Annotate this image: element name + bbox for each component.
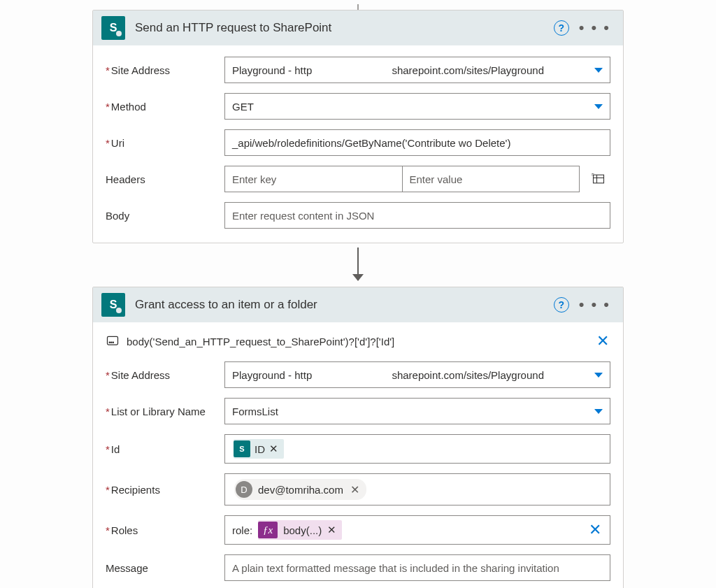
id-input[interactable]: S ID ✕ [224, 434, 610, 464]
card-title: Grant access to an item or a folder [135, 298, 554, 312]
help-icon[interactable]: ? [554, 297, 569, 313]
label-method: *Method [106, 101, 224, 113]
site-address-value-right: sharepoint.com/sites/Playground [392, 64, 594, 76]
connector-stub-top [92, 4, 624, 10]
site-address-value-left: Playground - http [232, 64, 312, 76]
dynamic-content-token-id[interactable]: S ID ✕ [234, 439, 284, 459]
more-menu-icon[interactable]: • • • [575, 296, 615, 314]
card-header[interactable]: S Grant access to an item or a folder ? … [93, 287, 623, 322]
method-value: GET [232, 101, 254, 113]
roles-prefix-text: role: [232, 524, 252, 536]
svg-point-6 [109, 342, 110, 343]
fx-icon: ƒx [258, 522, 278, 538]
list-dropdown[interactable]: FormsList [224, 398, 610, 424]
header-key-input[interactable]: Enter key [224, 166, 402, 192]
action-card-http-request: S Send an HTTP request to SharePoint ? •… [92, 10, 624, 243]
label-recipients: *Recipients [106, 484, 224, 496]
help-icon[interactable]: ? [554, 20, 569, 36]
header-value-input[interactable]: Enter value [402, 166, 580, 192]
remove-recipient-icon[interactable]: ✕ [350, 483, 359, 496]
list-value: FormsList [232, 406, 278, 417]
sharepoint-icon: S [234, 440, 250, 457]
recipients-input[interactable]: D dev@tomriha.com ✕ [224, 473, 610, 505]
action-card-grant-access: S Grant access to an item or a folder ? … [92, 287, 624, 588]
chevron-down-icon[interactable] [594, 104, 603, 109]
message-input[interactable]: A plain text formatted message that is i… [224, 554, 610, 581]
close-icon[interactable]: ✕ [596, 332, 610, 350]
expression-peek-icon [106, 334, 120, 348]
svg-rect-0 [594, 175, 604, 183]
clear-icon[interactable]: ✕ [589, 521, 603, 539]
svg-point-8 [113, 342, 113, 343]
label-message: Message [106, 562, 224, 574]
avatar: D [236, 481, 252, 498]
connector-arrow [92, 248, 624, 281]
label-site-address: *Site Address [106, 369, 224, 381]
site-address-dropdown[interactable]: Playground - http sharepoint.com/sites/P… [224, 361, 610, 388]
uri-value: _api/web/roledefinitions/GetByName('Cont… [232, 137, 510, 149]
expression-peek-text: body('Send_an_HTTP_request_to_SharePoint… [127, 336, 596, 347]
card-title: Send an HTTP request to SharePoint [135, 21, 554, 35]
site-address-value-right: sharepoint.com/sites/Playground [392, 369, 594, 381]
sharepoint-icon: S [101, 293, 125, 317]
label-id: *Id [106, 443, 224, 455]
label-uri: *Uri [106, 137, 224, 149]
roles-input[interactable]: role: ƒx body(...) ✕ ✕ [224, 515, 610, 545]
expression-peek-row: body('Send_an_HTTP_request_to_SharePoint… [93, 322, 623, 357]
sharepoint-icon: S [101, 16, 125, 40]
svg-rect-5 [108, 336, 118, 345]
site-address-dropdown[interactable]: Playground - http sharepoint.com/sites/P… [224, 57, 610, 83]
remove-token-icon[interactable]: ✕ [327, 524, 336, 536]
svg-point-7 [111, 342, 112, 343]
label-list: *List or Library Name [106, 406, 224, 417]
chevron-down-icon[interactable] [594, 68, 603, 73]
method-dropdown[interactable]: GET [224, 93, 610, 120]
card-header[interactable]: S Send an HTTP request to SharePoint ? •… [93, 10, 623, 45]
body-input[interactable]: Enter request content in JSON [224, 202, 610, 229]
switch-to-text-mode-icon[interactable] [587, 167, 610, 191]
chevron-down-icon[interactable] [594, 373, 603, 378]
uri-input[interactable]: _api/web/roledefinitions/GetByName('Cont… [224, 129, 610, 156]
expression-token[interactable]: ƒx body(...) ✕ [258, 520, 342, 540]
label-site-address: *Site Address [106, 64, 224, 76]
label-roles: *Roles [106, 524, 224, 536]
remove-token-icon[interactable]: ✕ [269, 443, 278, 455]
chevron-down-icon[interactable] [594, 409, 603, 414]
recipient-pill[interactable]: D dev@tomriha.com ✕ [234, 479, 366, 500]
label-headers: Headers [106, 173, 224, 185]
site-address-value-left: Playground - http [232, 369, 312, 381]
more-menu-icon[interactable]: • • • [575, 19, 615, 37]
label-body: Body [106, 210, 224, 222]
